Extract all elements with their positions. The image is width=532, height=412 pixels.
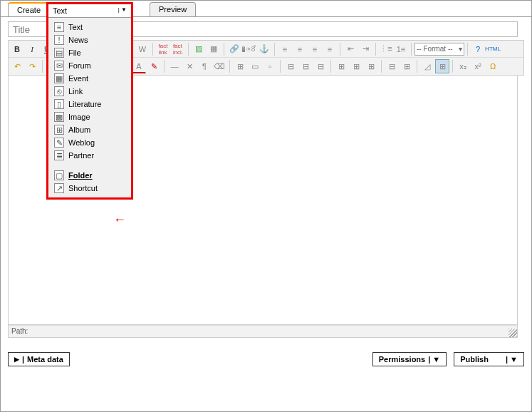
separator xyxy=(375,43,376,56)
visual-chars-button[interactable]: ¶ xyxy=(197,59,212,73)
type-dropdown: Text | ▼ ≡Text !News ▤File ✉Forum ▦Event… xyxy=(46,2,133,200)
link-icon: ⎋ xyxy=(54,86,64,96)
align-justify-button[interactable]: ≡ xyxy=(323,42,337,56)
dropdown-item-album[interactable]: ⊞Album xyxy=(48,123,131,136)
bullet-list-button[interactable]: ⋮≡ xyxy=(379,42,393,56)
dropdown-item-forum[interactable]: ✉Forum xyxy=(48,59,131,72)
weblog-icon: ✎ xyxy=(54,138,64,148)
delete-col-button[interactable]: ⊞ xyxy=(364,59,378,73)
path-bar: Path: xyxy=(8,325,518,338)
separator xyxy=(229,60,230,73)
tab-preview[interactable]: Preview xyxy=(150,2,196,16)
row-props-button[interactable]: ▭ xyxy=(248,59,262,73)
meta-data-label: Meta data xyxy=(27,355,63,364)
outdent-button[interactable]: ⇤ xyxy=(343,42,358,56)
news-icon: ! xyxy=(54,35,64,45)
delete-row-button[interactable]: ⊟ xyxy=(313,59,328,73)
anchor-button[interactable]: ⚓ xyxy=(257,42,271,56)
dropdown-item-folder[interactable]: ▢Folder xyxy=(48,169,131,182)
separator xyxy=(280,60,281,73)
bottom-bar: ▶ | Meta data Permissions | ▼ Publish | … xyxy=(1,342,531,376)
partner-icon: ≣ xyxy=(54,150,64,160)
hr-button[interactable]: — xyxy=(167,59,182,73)
special-char-button[interactable]: Ω xyxy=(486,59,500,73)
expand-icon: ▶ xyxy=(14,356,19,363)
eraser-button[interactable]: ◿ xyxy=(420,59,434,73)
align-left-button[interactable]: ≡ xyxy=(278,42,292,56)
dropdown-header[interactable]: Text | ▼ xyxy=(48,4,131,18)
separator xyxy=(42,60,43,73)
media-button[interactable]: ▦ xyxy=(207,42,221,56)
separator xyxy=(411,43,412,56)
table-button[interactable]: ⊞ xyxy=(233,59,247,73)
album-icon: ⊞ xyxy=(54,125,64,135)
col-before-button[interactable]: ⊞ xyxy=(334,59,348,73)
redo-button[interactable]: ↷ xyxy=(25,59,39,73)
merge-cells-button[interactable]: ⊞ xyxy=(400,59,414,73)
dropdown-item-event[interactable]: ▦Event xyxy=(48,72,131,85)
text-color-button[interactable]: A xyxy=(132,59,146,73)
forum-icon: ✉ xyxy=(54,61,64,71)
number-list-button[interactable]: 1≡ xyxy=(394,42,408,56)
remove-format-button[interactable]: ✕ xyxy=(182,59,197,73)
subscript-button[interactable]: x₂ xyxy=(456,59,470,73)
image-button[interactable]: ▨ xyxy=(192,42,206,56)
dropdown-item-partner[interactable]: ≣Partner xyxy=(48,149,131,162)
tab-create[interactable]: Create xyxy=(8,2,50,16)
separator xyxy=(417,60,417,73)
format-select[interactable]: -- Format --▾ xyxy=(414,43,464,56)
literature-icon: ▯ xyxy=(54,99,64,109)
permissions-label: Permissions xyxy=(379,355,425,364)
permissions-button[interactable]: Permissions | ▼ xyxy=(372,352,447,366)
highlight-arrow-icon: ← xyxy=(113,212,126,227)
indent-button[interactable]: ⇥ xyxy=(358,42,372,56)
meta-data-button[interactable]: ▶ | Meta data xyxy=(8,352,70,366)
link-button[interactable]: 🔗 xyxy=(227,42,241,56)
separator xyxy=(330,60,331,73)
italic-button[interactable]: I xyxy=(25,42,39,56)
factincl-button[interactable]: factincl. xyxy=(171,42,185,56)
factlink-button[interactable]: factlink xyxy=(156,42,170,56)
html-button[interactable]: HTML xyxy=(486,42,500,56)
cleanup-button[interactable]: ⌫ xyxy=(212,59,226,73)
resize-handle[interactable] xyxy=(508,329,517,337)
separator xyxy=(274,43,275,56)
row-before-button[interactable]: ⊟ xyxy=(283,59,298,73)
col-after-button[interactable]: ⊞ xyxy=(349,59,363,73)
image-icon: ▩ xyxy=(54,112,64,122)
dropdown-item-link[interactable]: ⎋Link xyxy=(48,85,131,98)
dropdown-header-label: Text xyxy=(53,6,67,15)
folder-icon: ▢ xyxy=(54,170,64,180)
align-center-button[interactable]: ≡ xyxy=(293,42,307,56)
dropdown-item-image[interactable]: ▩Image xyxy=(48,110,131,123)
publish-button[interactable]: Publish | ▼ xyxy=(454,352,524,366)
event-icon: ▦ xyxy=(54,73,64,83)
dropdown-item-shortcut[interactable]: ↗Shortcut xyxy=(48,182,131,195)
bg-color-button[interactable]: ✎ xyxy=(147,59,161,73)
dropdown-item-file[interactable]: ▤File xyxy=(48,46,131,59)
separator xyxy=(224,43,224,56)
shortcut-icon: ↗ xyxy=(54,183,64,193)
dropdown-arrow-icon: | ▼ xyxy=(118,6,127,15)
separator xyxy=(452,60,453,73)
separator xyxy=(467,43,468,56)
separator xyxy=(340,43,340,56)
cell-props-button[interactable]: ▫ xyxy=(263,59,277,73)
align-right-button[interactable]: ≡ xyxy=(308,42,322,56)
help-button[interactable]: ? xyxy=(471,42,485,56)
separator xyxy=(152,43,153,56)
superscript-button[interactable]: x² xyxy=(471,59,485,73)
row-after-button[interactable]: ⊟ xyxy=(298,59,313,73)
paste-word-button[interactable]: W xyxy=(135,42,150,56)
guidelines-button[interactable]: ⊞ xyxy=(435,59,449,73)
app-window: Create Preview B I U S ✂ ⎘ 📋 📄 W factlin… xyxy=(0,0,532,412)
undo-button[interactable]: ↶ xyxy=(10,59,24,73)
bold-button[interactable]: B xyxy=(10,42,24,56)
dropdown-item-literature[interactable]: ▯Literature xyxy=(48,98,131,110)
dropdown-item-news[interactable]: !News xyxy=(48,34,131,46)
unlink-button[interactable]: �ందే xyxy=(242,42,256,56)
dropdown-item-weblog[interactable]: ✎Weblog xyxy=(48,136,131,149)
dropdown-item-text[interactable]: ≡Text xyxy=(48,21,131,34)
file-icon: ▤ xyxy=(54,48,64,58)
split-cells-button[interactable]: ⊟ xyxy=(385,59,399,73)
